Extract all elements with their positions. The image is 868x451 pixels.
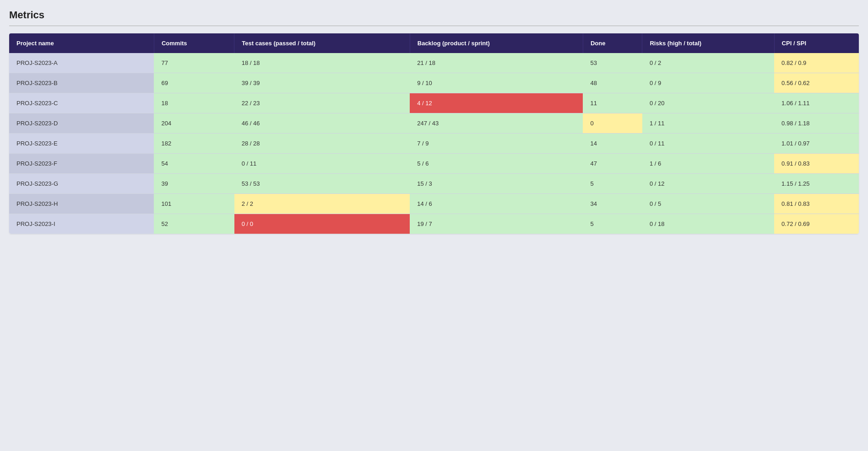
- header-cpi-spi: CPI / SPI: [774, 33, 859, 53]
- cell-risks: 0 / 11: [642, 134, 774, 154]
- cell-commits: 101: [154, 194, 234, 214]
- cell-done: 14: [583, 134, 642, 154]
- cell-test-cases: 46 / 46: [234, 113, 410, 134]
- cell-cpi-spi: 0.82 / 0.9: [774, 53, 859, 73]
- cell-test-cases: 39 / 39: [234, 73, 410, 93]
- cell-risks: 0 / 5: [642, 194, 774, 214]
- table-row: PROJ-S2023-D20446 / 46247 / 4301 / 110.9…: [9, 113, 859, 134]
- cell-risks: 0 / 2: [642, 53, 774, 73]
- cell-risks: 1 / 6: [642, 154, 774, 174]
- header-project: Project name: [9, 33, 154, 53]
- cell-cpi-spi: 0.56 / 0.62: [774, 73, 859, 93]
- cell-risks: 0 / 9: [642, 73, 774, 93]
- header-done: Done: [583, 33, 642, 53]
- cell-test-cases: 28 / 28: [234, 134, 410, 154]
- cell-project-name: PROJ-S2023-B: [9, 73, 154, 93]
- cell-done: 34: [583, 194, 642, 214]
- table-row: PROJ-S2023-C1822 / 234 / 12110 / 201.06 …: [9, 93, 859, 113]
- cell-project-name: PROJ-S2023-F: [9, 154, 154, 174]
- cell-project-name: PROJ-S2023-E: [9, 134, 154, 154]
- cell-done: 48: [583, 73, 642, 93]
- cell-test-cases: 22 / 23: [234, 93, 410, 113]
- header-backlog: Backlog (product / sprint): [410, 33, 583, 53]
- cell-project-name: PROJ-S2023-I: [9, 214, 154, 234]
- table-row: PROJ-S2023-A7718 / 1821 / 18530 / 20.82 …: [9, 53, 859, 73]
- header-commits: Commits: [154, 33, 234, 53]
- cell-project-name: PROJ-S2023-D: [9, 113, 154, 134]
- cell-cpi-spi: 0.81 / 0.83: [774, 194, 859, 214]
- cell-cpi-spi: 0.98 / 1.18: [774, 113, 859, 134]
- cell-backlog: 19 / 7: [410, 214, 583, 234]
- cell-backlog: 247 / 43: [410, 113, 583, 134]
- cell-project-name: PROJ-S2023-G: [9, 174, 154, 194]
- cell-done: 47: [583, 154, 642, 174]
- cell-done: 5: [583, 174, 642, 194]
- cell-cpi-spi: 1.06 / 1.11: [774, 93, 859, 113]
- cell-risks: 1 / 11: [642, 113, 774, 134]
- metrics-table: Project name Commits Test cases (passed …: [9, 33, 859, 234]
- cell-commits: 39: [154, 174, 234, 194]
- table-row: PROJ-S2023-B6939 / 399 / 10480 / 90.56 /…: [9, 73, 859, 93]
- cell-commits: 77: [154, 53, 234, 73]
- cell-backlog: 7 / 9: [410, 134, 583, 154]
- cell-commits: 182: [154, 134, 234, 154]
- table-row: PROJ-S2023-F540 / 115 / 6471 / 60.91 / 0…: [9, 154, 859, 174]
- cell-risks: 0 / 18: [642, 214, 774, 234]
- cell-test-cases: 53 / 53: [234, 174, 410, 194]
- title-divider: [9, 26, 859, 26]
- cell-backlog: 5 / 6: [410, 154, 583, 174]
- metrics-table-wrapper: Project name Commits Test cases (passed …: [9, 33, 859, 234]
- cell-project-name: PROJ-S2023-C: [9, 93, 154, 113]
- page-title: Metrics: [9, 9, 859, 21]
- table-row: PROJ-S2023-H1012 / 214 / 6340 / 50.81 / …: [9, 194, 859, 214]
- cell-commits: 18: [154, 93, 234, 113]
- table-row: PROJ-S2023-G3953 / 5315 / 350 / 121.15 /…: [9, 174, 859, 194]
- table-row: PROJ-S2023-I520 / 019 / 750 / 180.72 / 0…: [9, 214, 859, 234]
- cell-test-cases: 2 / 2: [234, 194, 410, 214]
- cell-commits: 69: [154, 73, 234, 93]
- cell-cpi-spi: 0.91 / 0.83: [774, 154, 859, 174]
- cell-backlog: 4 / 12: [410, 93, 583, 113]
- table-row: PROJ-S2023-E18228 / 287 / 9140 / 111.01 …: [9, 134, 859, 154]
- cell-done: 5: [583, 214, 642, 234]
- cell-project-name: PROJ-S2023-H: [9, 194, 154, 214]
- cell-done: 53: [583, 53, 642, 73]
- cell-cpi-spi: 1.15 / 1.25: [774, 174, 859, 194]
- header-risks: Risks (high / total): [642, 33, 774, 53]
- cell-commits: 54: [154, 154, 234, 174]
- cell-cpi-spi: 0.72 / 0.69: [774, 214, 859, 234]
- cell-backlog: 15 / 3: [410, 174, 583, 194]
- cell-done: 0: [583, 113, 642, 134]
- cell-done: 11: [583, 93, 642, 113]
- cell-risks: 0 / 12: [642, 174, 774, 194]
- cell-test-cases: 18 / 18: [234, 53, 410, 73]
- cell-cpi-spi: 1.01 / 0.97: [774, 134, 859, 154]
- header-test-cases: Test cases (passed / total): [234, 33, 410, 53]
- cell-project-name: PROJ-S2023-A: [9, 53, 154, 73]
- cell-risks: 0 / 20: [642, 93, 774, 113]
- table-body: PROJ-S2023-A7718 / 1821 / 18530 / 20.82 …: [9, 53, 859, 234]
- cell-test-cases: 0 / 0: [234, 214, 410, 234]
- cell-test-cases: 0 / 11: [234, 154, 410, 174]
- cell-backlog: 9 / 10: [410, 73, 583, 93]
- cell-backlog: 21 / 18: [410, 53, 583, 73]
- table-header: Project name Commits Test cases (passed …: [9, 33, 859, 53]
- cell-commits: 52: [154, 214, 234, 234]
- cell-backlog: 14 / 6: [410, 194, 583, 214]
- cell-commits: 204: [154, 113, 234, 134]
